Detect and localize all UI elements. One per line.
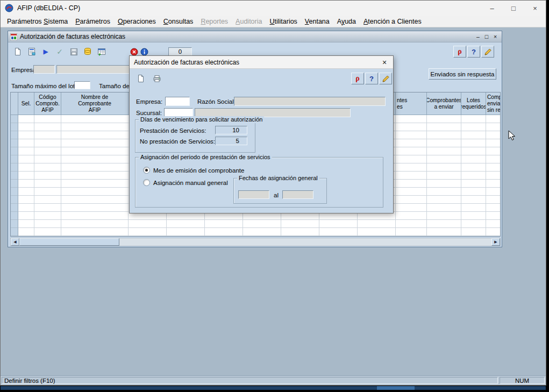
- column-header[interactable]: Comproba enviado sin respu: [486, 92, 501, 115]
- lote-field[interactable]: [74, 81, 90, 89]
- table-cell: [18, 123, 34, 131]
- table-cell: [461, 188, 486, 196]
- table-cell: [486, 204, 501, 212]
- screen: AFIP (dbELDIA - CP) – □ × Parámetros Sis…: [0, 0, 549, 392]
- menu-item[interactable]: Ayuda: [333, 17, 360, 26]
- table-cell: [319, 220, 358, 228]
- radio-asignacion-manual[interactable]: [143, 179, 150, 186]
- child-toolbar-right: ρ ?: [453, 46, 494, 58]
- empresa-field[interactable]: [33, 65, 55, 74]
- table-cell: [427, 163, 461, 172]
- table-cell: [11, 139, 18, 147]
- column-header[interactable]: ntes es: [396, 92, 427, 115]
- menu-item[interactable]: Utilitarios: [266, 17, 301, 26]
- dialog-edit-pencil-icon[interactable]: [379, 73, 392, 84]
- export-grid-icon[interactable]: [95, 45, 108, 58]
- help-icon[interactable]: ?: [467, 46, 480, 58]
- table-cell: [34, 163, 61, 172]
- menu-item[interactable]: Operaciones: [114, 17, 160, 26]
- table-cell: [34, 196, 61, 204]
- table-cell: [461, 180, 486, 188]
- table-cell: [461, 139, 486, 147]
- info-circle-icon[interactable]: [140, 47, 149, 56]
- maximize-button[interactable]: □: [503, 1, 524, 16]
- horizontal-scrollbar[interactable]: ◀ ▶: [10, 238, 501, 246]
- scroll-left-icon[interactable]: ◀: [11, 238, 19, 246]
- prestacion-field[interactable]: [215, 126, 247, 134]
- menu-item[interactable]: Parámetros: [72, 17, 114, 26]
- table-cell: [61, 228, 129, 236]
- table-cell: [461, 115, 486, 123]
- table-cell: [34, 172, 61, 180]
- table-cell: [129, 228, 167, 236]
- table-cell: [427, 139, 461, 147]
- column-header[interactable]: Lotes requeridos: [461, 92, 486, 115]
- close-button[interactable]: ×: [524, 1, 546, 16]
- dialog-close-button[interactable]: ×: [376, 56, 393, 68]
- dialog-help-icon[interactable]: ?: [365, 73, 378, 84]
- new-document-icon[interactable]: [11, 45, 24, 58]
- table-cell: [18, 172, 34, 180]
- table-cell: [11, 147, 18, 155]
- title-bar: AFIP (dbELDIA - CP) – □ ×: [1, 1, 546, 16]
- menu-item[interactable]: Atención a Clientes: [360, 17, 425, 26]
- table-cell: [61, 115, 129, 123]
- table-row[interactable]: [11, 220, 500, 228]
- dialog-new-document-icon[interactable]: [134, 72, 148, 85]
- table-cell: [34, 131, 61, 139]
- database-icon[interactable]: [81, 45, 94, 58]
- table-cell: [486, 188, 501, 196]
- menu-item[interactable]: Consultas: [160, 17, 197, 26]
- column-header[interactable]: Comprobantes a enviar: [427, 92, 461, 115]
- dialog-empresa-field[interactable]: [165, 97, 190, 106]
- minimize-button[interactable]: –: [481, 1, 503, 16]
- exit-icon[interactable]: ρ: [453, 46, 466, 58]
- column-header[interactable]: Sel.: [18, 92, 34, 115]
- dialog-exit-icon[interactable]: ρ: [351, 73, 364, 84]
- table-row[interactable]: [11, 228, 500, 236]
- table-cell: [61, 220, 129, 228]
- dialog-printer-icon[interactable]: [150, 72, 164, 85]
- counter-field[interactable]: [168, 47, 192, 56]
- taskbar-highlight: [377, 386, 415, 390]
- table-cell: [34, 204, 61, 212]
- column-header[interactable]: Código Comprob. AFIP: [34, 92, 61, 115]
- child-close-button[interactable]: ×: [491, 33, 500, 41]
- table-cell: [61, 131, 129, 139]
- radio-mes-emision[interactable]: [143, 167, 150, 174]
- dialog-sucursal-label: Sucursal:: [136, 110, 162, 116]
- table-cell: [461, 123, 486, 131]
- dialog-empresa-label: Empresa:: [136, 98, 162, 105]
- run-icon[interactable]: ▶: [39, 45, 52, 58]
- column-header[interactable]: Nombre de Comprobante AFIP: [61, 92, 129, 115]
- child-window-title: Autorización de facturas electrónicas: [20, 33, 125, 40]
- table-cell: [486, 155, 501, 163]
- table-cell: [243, 220, 281, 228]
- form-properties-icon[interactable]: [25, 45, 38, 58]
- child-title-bar: Autorización de facturas electrónicas – …: [8, 31, 502, 42]
- table-cell: [486, 196, 501, 204]
- scrollbar-thumb[interactable]: [19, 238, 119, 246]
- stop-circle-icon[interactable]: [130, 47, 139, 56]
- table-cell: [486, 139, 501, 147]
- dialog-toolbar-right: ρ ?: [351, 73, 392, 84]
- menu-item[interactable]: Parámetros Sistema: [3, 17, 72, 26]
- table-cell: [427, 115, 461, 123]
- child-minimize-button[interactable]: –: [474, 33, 482, 41]
- scroll-right-icon[interactable]: ▶: [491, 238, 500, 246]
- enviados-sin-respuesta-button[interactable]: Enviados sin respuesta: [429, 68, 496, 80]
- table-cell: [61, 147, 129, 155]
- table-cell: [281, 220, 319, 228]
- asignacion-group-title: Asignación del periodo de prestación de …: [139, 154, 272, 161]
- table-cell: [61, 196, 129, 204]
- child-restore-button[interactable]: □: [482, 33, 491, 41]
- table-cell: [61, 163, 129, 172]
- edit-pencil-icon[interactable]: [481, 46, 494, 58]
- confirm-icon[interactable]: ✓: [53, 45, 66, 58]
- table-cell: [461, 196, 486, 204]
- table-cell: [461, 220, 486, 228]
- table-cell: [427, 131, 461, 139]
- table-cell: [18, 147, 34, 155]
- menu-item[interactable]: Ventana: [301, 17, 333, 26]
- no-prestacion-field[interactable]: [215, 137, 247, 145]
